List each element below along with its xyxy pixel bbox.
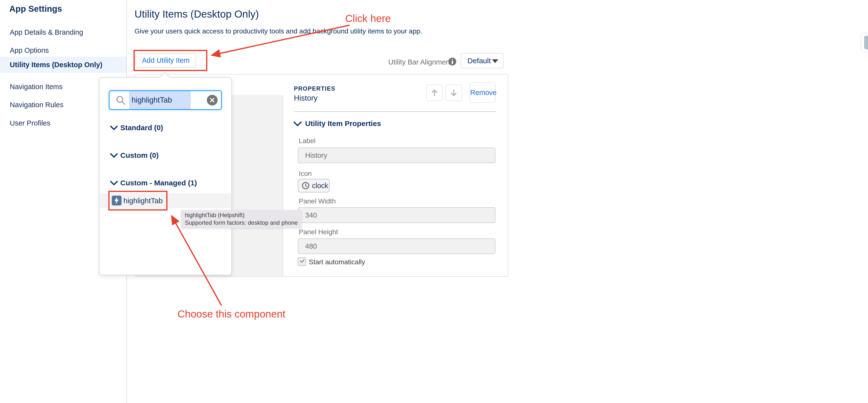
add-utility-item-button[interactable]: Add Utility Item xyxy=(135,53,196,68)
section-chevron-down-icon[interactable] xyxy=(293,121,302,127)
scrollbar-thumb-inner xyxy=(864,36,868,49)
alignment-selected-value: Default xyxy=(467,54,491,68)
section-custom-managed[interactable]: Custom - Managed (1) xyxy=(99,179,231,189)
chevron-down-icon xyxy=(110,181,118,186)
section-custom[interactable]: Custom (0) xyxy=(99,151,231,161)
properties-item-name: History xyxy=(294,94,317,103)
arrow-down-icon xyxy=(450,89,458,97)
utility-item-properties-header[interactable]: Utility Item Properties xyxy=(305,120,381,128)
page-title: Utility Items (Desktop Only) xyxy=(134,8,259,20)
annotation-click-here: Click here xyxy=(345,13,391,25)
annotation-choose-component: Choose this component xyxy=(178,308,285,320)
scrollbar-thumb[interactable] xyxy=(862,33,868,52)
tooltip-line-1: highlightTab (Helpshift) xyxy=(185,212,245,219)
start-automatically-label: Start automatically xyxy=(309,258,365,266)
icon-field-label: Icon xyxy=(299,170,312,177)
search-icon xyxy=(115,95,126,106)
component-tooltip: highlightTab (Helpshift) Supported form … xyxy=(181,210,302,228)
clock-icon xyxy=(302,181,310,190)
utility-bar-alignment-label: Utility Bar Alignment xyxy=(388,58,452,66)
panel-width-label: Panel Width xyxy=(299,197,336,205)
start-automatically-checkbox[interactable] xyxy=(298,258,306,266)
properties-eyebrow: PROPERTIES xyxy=(294,85,336,92)
label-field-label: Label xyxy=(299,137,316,145)
highlighttab-item-label[interactable]: highlightTab xyxy=(123,197,163,205)
section-standard[interactable]: Standard (0) xyxy=(99,124,231,133)
panel-height-label: Panel Height xyxy=(299,228,338,236)
sidebar-heading: App Settings xyxy=(9,4,62,14)
info-icon[interactable] xyxy=(448,58,456,65)
sidebar-item-navigation-items[interactable]: Navigation Items xyxy=(10,79,63,95)
sidebar-item-navigation-rules[interactable]: Navigation Rules xyxy=(10,97,63,113)
section-custom-managed-label: Custom - Managed (1) xyxy=(120,179,197,187)
panel-height-input[interactable]: 480 xyxy=(298,238,495,254)
chevron-down-icon xyxy=(492,59,498,63)
alignment-select[interactable]: Default xyxy=(461,53,504,68)
lightning-bolt-icon xyxy=(114,197,120,204)
panel-width-input[interactable]: 340 xyxy=(298,207,495,223)
arrow-up-icon xyxy=(430,89,439,97)
search-input-value: highlightTab xyxy=(131,91,172,109)
move-up-button[interactable] xyxy=(426,85,443,101)
clear-search-icon[interactable] xyxy=(207,95,218,105)
tooltip-line-2: Supported form factors: desktop and phon… xyxy=(185,219,298,226)
icon-picker-button[interactable]: clock xyxy=(298,179,330,193)
page-description: Give your users quick access to producti… xyxy=(134,27,422,35)
sidebar-item-app-details[interactable]: App Details & Branding xyxy=(10,24,83,40)
remove-button[interactable]: Remove xyxy=(470,82,496,103)
section-custom-label: Custom (0) xyxy=(120,151,159,160)
move-down-button[interactable] xyxy=(445,85,462,101)
properties-divider xyxy=(294,111,496,112)
sidebar-item-user-profiles[interactable]: User Profiles xyxy=(10,115,50,131)
sidebar-item-app-options[interactable]: App Options xyxy=(10,42,49,58)
utility-item-picker-popover: highlightTab Standard (0) Custom (0) Cus… xyxy=(99,77,232,275)
section-standard-label: Standard (0) xyxy=(120,124,163,132)
sidebar-item-utility-items[interactable]: Utility Items (Desktop Only) xyxy=(10,57,102,73)
search-input[interactable]: highlightTab xyxy=(109,90,222,110)
chevron-down-icon xyxy=(110,153,118,158)
chevron-down-icon xyxy=(110,126,118,130)
lightning-component-icon xyxy=(112,196,122,205)
label-field-input[interactable]: History xyxy=(298,147,495,163)
icon-picker-value: clock xyxy=(312,182,328,190)
